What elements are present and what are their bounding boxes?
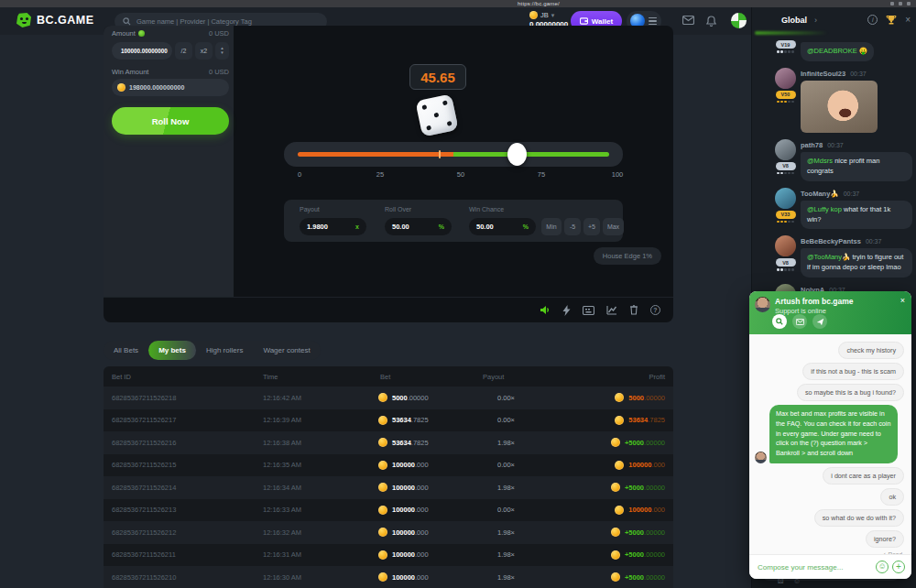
half-bet-button[interactable]: /2	[175, 42, 192, 60]
support-attach-icon[interactable]: +	[892, 561, 905, 573]
double-bet-button[interactable]: x2	[195, 42, 213, 60]
coin-icon	[615, 416, 624, 425]
game-parameters: Payout Roll Over Win Chance 1.9800x 50.0…	[284, 200, 623, 242]
support-send-icon[interactable]	[812, 314, 827, 329]
bet-id: 68285367211526212	[112, 528, 263, 537]
mention[interactable]: @Mdsrs	[807, 157, 833, 165]
chat-message: V19 @DEADBROKE 🤑	[752, 40, 913, 61]
chat-time: 00:37	[850, 71, 867, 77]
chat-rules-icon[interactable]: i	[867, 15, 878, 25]
table-row[interactable]: 6828536721152621512:16:35 AM100000.0000.…	[104, 454, 673, 477]
support-email-icon[interactable]	[792, 314, 807, 329]
slider-track[interactable]	[298, 152, 609, 157]
tab-high-rollers[interactable]: High rollers	[196, 341, 253, 360]
profit-amount: 5000.00000	[597, 393, 665, 402]
tab-all-bets[interactable]: All Bets	[104, 341, 148, 360]
payout-input[interactable]: 1.9800x	[300, 218, 366, 235]
avatar[interactable]	[775, 68, 796, 89]
trends-icon[interactable]	[606, 305, 617, 315]
plus-5-button[interactable]: +5	[583, 218, 600, 235]
bet-amount: 53634.7825	[354, 416, 483, 425]
coin-icon	[378, 572, 387, 582]
browser-url[interactable]: https://bc.game/	[518, 0, 560, 7]
table-row[interactable]: 6828536721152621112:16:31 AM100000.0001.…	[104, 544, 673, 567]
minus-5-button[interactable]: -5	[564, 218, 581, 235]
coin-icon	[611, 550, 620, 560]
bet-amount: 100000.000	[354, 572, 483, 582]
min-chance-button[interactable]: Min	[541, 218, 562, 235]
hotkeys-icon[interactable]	[583, 306, 594, 315]
chat-time: 00:37	[844, 191, 860, 197]
turbo-bet-icon[interactable]	[562, 305, 571, 316]
help-icon[interactable]: ?	[650, 305, 660, 315]
tab-my-bets[interactable]: My bets	[148, 341, 196, 360]
contest-trophy-icon[interactable]	[886, 15, 897, 25]
avatar[interactable]	[775, 139, 796, 160]
avatar[interactable]	[775, 188, 796, 209]
mention[interactable]: @DEADBROKE	[807, 47, 857, 55]
chat-bubble[interactable]: @Luffy kop what for that 1k win?	[801, 201, 912, 230]
profit-amount: 100000.000	[597, 506, 665, 515]
table-row[interactable]: 6828536721152621812:16:42 AM5000.000000.…	[104, 387, 673, 409]
table-row[interactable]: 6828536721152621212:16:32 AM100000.0001.…	[104, 521, 673, 544]
coin-icon	[378, 483, 387, 492]
verify-icon[interactable]	[629, 305, 638, 315]
table-row[interactable]: 6828536721152621412:16:34 AM100000.0001.…	[104, 476, 673, 499]
chat-bubble[interactable]: @DEADBROKE 🤑	[801, 42, 874, 61]
chat-username[interactable]: BeBeBeckyPantss	[801, 237, 861, 245]
chat-channel-selector[interactable]: Global›	[781, 16, 817, 25]
support-close-icon[interactable]: ×	[900, 296, 905, 305]
bc-game-logo[interactable]: BC.GAME	[16, 13, 94, 27]
table-row[interactable]: 6828536721152621612:16:38 AM53634.78251.…	[104, 431, 673, 454]
bet-payout: 0.00×	[483, 506, 597, 514]
browser-extensions[interactable]	[890, 2, 911, 5]
chat-username[interactable]: TooMany🍌	[801, 190, 839, 198]
table-row[interactable]: 6828536721152621712:16:39 AM53634.78250.…	[104, 409, 673, 432]
coin-icon	[378, 461, 387, 470]
chat-bubble[interactable]: @TooMany🍌 tryin to figure out if im gonn…	[801, 248, 912, 278]
support-search-icon[interactable]	[772, 314, 787, 329]
roll-now-button[interactable]: Roll Now	[112, 107, 229, 135]
step-down-icon[interactable]: ▼	[220, 51, 224, 55]
table-row[interactable]: 6828536721152621312:16:33 AM100000.0000.…	[104, 499, 673, 522]
mention[interactable]: @Luffy kop	[807, 205, 842, 213]
coin-icon	[611, 483, 620, 492]
chat-message: V8 BeBeBeckyPantss00:37 @TooMany🍌 tryin …	[752, 235, 913, 278]
win-chance-input[interactable]: 50.00%	[469, 218, 536, 235]
support-emoji-icon[interactable]: ☺	[876, 561, 889, 573]
dice-image	[415, 93, 458, 136]
bet-amount: 100000.000	[354, 461, 483, 470]
bet-payout: 1.98×	[483, 573, 597, 582]
slider-knob[interactable]	[507, 143, 527, 166]
chat-username[interactable]: path78	[801, 141, 823, 149]
roll-slider[interactable]	[284, 142, 623, 167]
bet-amount-input[interactable]: 100000.00000000	[112, 42, 172, 60]
avatar[interactable]	[775, 235, 796, 256]
table-row[interactable]: 6828536721152621012:16:30 AM100000.0001.…	[104, 566, 673, 588]
tab-wager-contest[interactable]: Wager contest	[253, 341, 320, 360]
level-pips	[777, 172, 794, 175]
amount-usd-value: 0 USD	[209, 29, 229, 38]
messages-icon[interactable]	[682, 16, 694, 25]
bet-payout: 1.98×	[483, 484, 597, 492]
bet-id: 68285367211526211	[112, 550, 263, 559]
win-amount-input[interactable]: 198000.000000000	[112, 79, 229, 96]
chat-username[interactable]: InfiniteSoul23	[801, 70, 845, 78]
roll-over-input[interactable]: 50.00%	[385, 218, 452, 235]
mention[interactable]: @TooMany🍌	[807, 253, 850, 261]
crying-baby-photo[interactable]	[801, 81, 878, 133]
chevron-right-icon: ›	[814, 16, 817, 25]
chat-bubble[interactable]: @Mdsrs nice profit man congrats	[801, 152, 912, 181]
jb-token-icon[interactable]	[138, 30, 145, 37]
chat-close-icon[interactable]: ×	[905, 15, 911, 25]
profile-avatar[interactable]	[731, 13, 747, 28]
notifications-icon[interactable]	[706, 16, 716, 27]
amount-stepper[interactable]: ▲▼	[215, 42, 229, 60]
support-message-input[interactable]	[756, 562, 872, 572]
max-chance-button[interactable]: Max	[603, 218, 624, 235]
bet-id: 68285367211526215	[112, 461, 263, 469]
roll-over-label: Roll Over	[385, 206, 411, 212]
coin-icon	[378, 528, 387, 537]
sound-toggle-icon[interactable]	[540, 305, 551, 315]
bet-amount: 100000.000	[354, 483, 483, 492]
